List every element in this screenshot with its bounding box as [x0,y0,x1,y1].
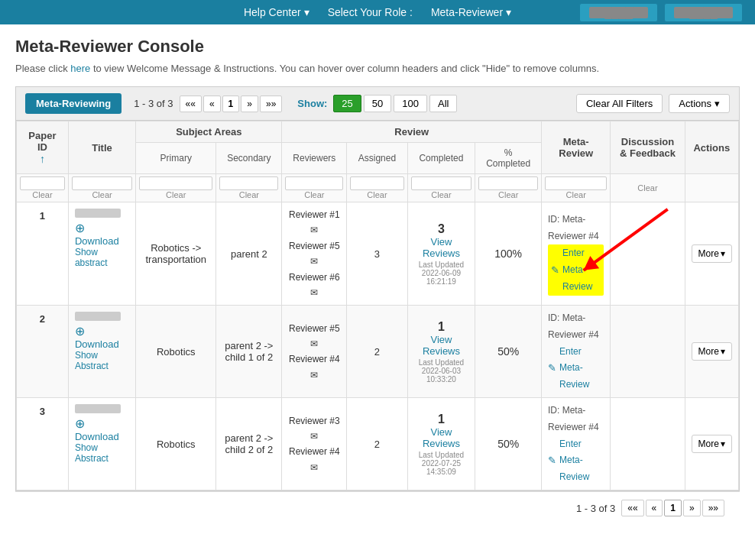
bottom-first-page-btn[interactable]: «« [621,500,643,516]
show-abstract-link[interactable]: Show Abstract [75,350,129,371]
col-reviewers: Reviewers [282,143,347,174]
completed-cell: 3 View Reviews Last Updated 2022-06-09 1… [407,202,475,306]
meta-reviewing-tab[interactable]: Meta-Reviewing [25,93,122,114]
enter-meta-review-link[interactable]: ✎ Enter Meta-Review [548,244,604,296]
filter-completed-input[interactable] [411,176,472,190]
info-text: Please click here to view Welcome Messag… [15,63,740,74]
completed-count: 3 [414,222,469,236]
envelope-icon: ✉ [310,462,318,473]
edit-icon: ✎ [548,452,556,469]
toolbar: Meta-Reviewing 1 - 3 of 3 «« « 1 » »» Sh… [15,86,740,120]
col-assigned: Assigned [347,143,407,174]
show-abstract-link[interactable]: Show Abstract [75,442,129,464]
clear-all-filters-btn[interactable]: Clear All Filters [576,94,663,113]
chevron-down-icon: ▾ [721,439,725,449]
role-label: Select Your Role : [328,6,413,18]
reviewer-name: Reviewer #4 [289,354,340,364]
more-btn[interactable]: More ▾ [692,342,732,361]
filter-secondary-input[interactable] [219,176,278,190]
actions-dropdown-btn[interactable]: Actions ▾ [669,94,730,113]
download-link[interactable]: Download [75,235,129,247]
show-25-btn[interactable]: 25 [333,95,361,112]
top-navigation: Help Center ▾ Select Your Role : Meta-Re… [0,0,755,24]
show-abstract-link[interactable]: Show abstract [75,247,129,268]
completed-count: 1 [414,320,469,334]
next-page-btn[interactable]: » [241,95,258,112]
enter-meta-review-link[interactable]: ✎ Enter Meta-Review [548,344,604,393]
actions-cell: More ▾ [685,202,738,306]
download-link[interactable]: Download [75,338,129,350]
filter-assigned: Clear [347,174,407,202]
col-actions: Actions [685,121,738,174]
envelope-icon: ✉ [310,287,318,298]
meta-reviewer-id: ID: Meta-Reviewer #4 [548,405,599,432]
view-reviews-link[interactable]: View Reviews [423,426,460,449]
col-group-subject-areas: Subject Areas [136,121,282,143]
chevron-down-icon: ▾ [721,346,725,357]
bottom-next-page-btn[interactable]: » [683,500,701,516]
table-row: 2 ⊕ Download Show Abstract Robotics pare… [17,306,739,398]
meta-review-cell: ID: Meta-Reviewer #4 ✎ Enter Meta-Review [542,306,611,398]
prev-page-btn[interactable]: « [203,95,221,112]
filter-title: Clear [68,174,135,202]
filter-reviewers-input[interactable] [285,176,343,190]
main-table-wrapper: Paper ID ↑ Title Subject Areas Review Me… [15,120,740,491]
filter-assigned-input[interactable] [350,176,403,190]
more-btn[interactable]: More ▾ [692,244,732,263]
page-1-btn[interactable]: 1 [222,95,240,112]
filter-meta-review-input[interactable] [545,176,607,190]
envelope-icon: ✉ [310,256,318,267]
filter-primary-input[interactable] [139,176,212,190]
title-cell: ⊕ Download Show abstract [68,202,135,306]
bottom-last-page-btn[interactable]: »» [702,500,724,516]
assigned-cell: 3 [347,202,407,306]
view-reviews-link[interactable]: View Reviews [423,236,460,259]
download-link[interactable]: Download [75,431,129,442]
secondary-area-cell: parent 2 [216,202,282,306]
col-meta-review: Meta-Review [542,121,611,174]
filter-percent-input[interactable] [478,176,538,190]
col-discussion: Discussion & Feedback [611,121,685,174]
download-icon: ⊕ [75,222,85,235]
reviewers-cell: Reviewer #5 ✉Reviewer #4 ✉ [282,306,347,398]
filter-discussion: Clear [611,174,685,202]
right-buttons: ████ ████ [579,3,743,22]
blurred-title [75,312,121,321]
main-content: Meta-Reviewer Console Please click here … [0,24,755,536]
last-page-btn[interactable]: »» [260,95,282,112]
primary-area-cell: Robotics [136,398,216,490]
enter-meta-review-link[interactable]: ✎ Enter Meta-Review [548,436,604,486]
view-reviews-link[interactable]: View Reviews [423,334,460,357]
show-50-btn[interactable]: 50 [364,95,391,112]
envelope-icon: ✉ [310,370,318,380]
actions-cell: More ▾ [685,306,738,398]
bottom-page-1-btn[interactable]: 1 [664,500,682,516]
meta-review-cell: ID: Meta-Reviewer #4 ✎ Enter Meta-Review [542,398,611,490]
col-title: Title [68,121,135,174]
paper-id-cell: 1 [17,202,69,306]
completed-cell: 1 View Reviews Last Updated 2022-06-03 1… [407,306,475,398]
percent-completed-cell: 50% [475,398,542,490]
filter-title-input[interactable] [72,176,132,190]
here-link[interactable]: here [70,63,90,74]
role-selector[interactable]: Meta-Reviewer ▾ [431,6,511,18]
discussion-cell [611,306,685,398]
table-row: 3 ⊕ Download Show Abstract Robotics pare… [17,398,739,490]
col-paper-id: Paper ID ↑ [17,121,69,174]
nav-btn-2[interactable]: ████ [664,3,743,22]
filter-paper-id-input[interactable] [20,176,65,190]
nav-btn-1[interactable]: ████ [579,3,658,22]
secondary-area-cell: parent 2 ->child 2 of 2 [216,398,282,490]
discussion-cell [611,398,685,490]
show-all-btn[interactable]: All [429,95,457,112]
bottom-prev-page-btn[interactable]: « [646,500,663,516]
filter-secondary: Clear [216,174,282,202]
show-100-btn[interactable]: 100 [394,95,427,112]
meta-review-cell: ID: Meta-Reviewer #4 ✎ Enter Meta-Review [542,202,611,306]
secondary-area-cell: parent 2 ->child 1 of 2 [216,306,282,398]
help-center-link[interactable]: Help Center ▾ [244,6,309,18]
first-page-btn[interactable]: «« [180,95,202,112]
more-btn[interactable]: More ▾ [692,435,732,453]
assigned-cell: 2 [347,306,407,398]
edit-icon: ✎ [548,359,556,377]
